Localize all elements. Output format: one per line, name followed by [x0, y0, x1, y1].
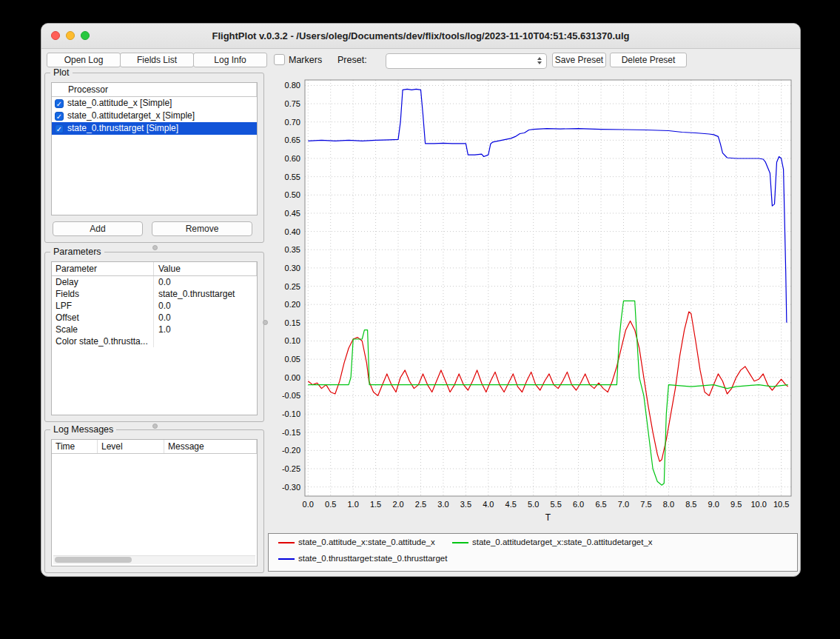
- zoom-window-button[interactable]: [81, 31, 90, 40]
- parameters-table-header: Parameter Value: [52, 262, 257, 276]
- parameter-value[interactable]: 0.0: [154, 312, 257, 324]
- svg-text:-0.20: -0.20: [282, 446, 300, 455]
- svg-text:0.55: 0.55: [285, 173, 300, 181]
- svg-text:1.0: 1.0: [348, 500, 359, 509]
- vertical-splitter-handle[interactable]: [263, 320, 268, 325]
- parameter-row[interactable]: Fieldsstate_0.thrusttarget: [52, 288, 257, 300]
- parameter-name: LPF: [52, 300, 154, 312]
- splitter-handle[interactable]: [152, 424, 158, 429]
- fields-list-button[interactable]: Fields List: [120, 53, 194, 67]
- svg-text:0.75: 0.75: [285, 99, 300, 108]
- svg-text:-0.10: -0.10: [282, 409, 300, 418]
- legend-label: state_0.attitudetarget_x:state_0.attitud…: [472, 538, 653, 546]
- parameters-group-title: Parameters: [50, 247, 104, 257]
- save-preset-button[interactable]: Save Preset: [552, 53, 606, 67]
- message-column-header: Message: [164, 440, 257, 453]
- plot-table-row[interactable]: ✓state_0.attitudetarget_x [Simple]: [52, 110, 257, 122]
- legend-label: state_0.attitude_x:state_0.attitude_x: [298, 538, 435, 546]
- close-window-button[interactable]: [51, 31, 60, 40]
- log-messages-group: Log Messages Time Level Message: [44, 429, 264, 573]
- titlebar[interactable]: FlightPlot v.0.3.2 - /Users/oleg/Documen…: [41, 24, 800, 49]
- scrollbar-thumb[interactable]: [55, 557, 132, 563]
- svg-text:0.80: 0.80: [285, 81, 300, 90]
- svg-text:0.40: 0.40: [285, 227, 300, 236]
- row-checkbox[interactable]: ✓: [55, 99, 64, 108]
- svg-text:7.0: 7.0: [618, 500, 629, 509]
- log-messages-table-header: Time Level Message: [52, 440, 257, 454]
- svg-text:-0.30: -0.30: [282, 483, 300, 492]
- svg-text:0.45: 0.45: [285, 209, 300, 218]
- chart-legend: state_0.attitude_x:state_0.attitude_xsta…: [268, 533, 798, 572]
- svg-text:10.0: 10.0: [750, 500, 766, 509]
- chart-area[interactable]: 0.00.51.01.52.02.53.03.54.04.55.05.56.06…: [268, 71, 798, 530]
- svg-text:5.0: 5.0: [528, 500, 539, 509]
- parameter-name: Delay: [52, 276, 154, 288]
- parameter-row[interactable]: Color state_0.thrustta...: [52, 335, 257, 347]
- svg-text:0.30: 0.30: [285, 264, 300, 272]
- svg-text:0.65: 0.65: [285, 136, 300, 144]
- parameter-name: Color state_0.thrustta...: [52, 335, 154, 347]
- svg-text:2.0: 2.0: [392, 500, 403, 509]
- parameter-row[interactable]: Scale1.0: [52, 324, 257, 335]
- log-messages-group-title: Log Messages: [50, 424, 116, 435]
- parameters-table-body: Delay0.0Fieldsstate_0.thrusttargetLPF0.0…: [52, 276, 257, 347]
- minimize-window-button[interactable]: [66, 31, 75, 40]
- plot-table-body: ✓state_0.attitude_x [Simple]✓state_0.att…: [52, 97, 257, 135]
- legend-item: state_0.thrusttarget:state_0.thrusttarge…: [278, 554, 447, 563]
- svg-text:-0.25: -0.25: [282, 464, 300, 473]
- plot-table-header: Processor: [52, 83, 257, 97]
- svg-text:1.5: 1.5: [370, 500, 381, 509]
- svg-text:T: T: [545, 512, 551, 523]
- parameter-row[interactable]: Offset0.0: [52, 312, 257, 324]
- time-column-header: Time: [52, 440, 98, 453]
- log-messages-table[interactable]: Time Level Message: [51, 439, 258, 566]
- plot-table-row[interactable]: ✓state_0.thrusttarget [Simple]: [52, 122, 257, 135]
- svg-text:0.15: 0.15: [285, 318, 300, 327]
- svg-text:0.70: 0.70: [285, 118, 300, 127]
- markers-checkbox[interactable]: [274, 54, 285, 65]
- svg-text:3.0: 3.0: [437, 500, 448, 509]
- row-checkbox[interactable]: ✓: [55, 112, 64, 121]
- legend-line-sample: [278, 558, 295, 560]
- parameter-row[interactable]: Delay0.0: [52, 276, 257, 288]
- window-title: FlightPlot v.0.3.2 - /Users/oleg/Documen…: [101, 24, 741, 48]
- row-checkbox[interactable]: ✓: [55, 124, 64, 133]
- parameter-row[interactable]: LPF0.0: [52, 300, 257, 312]
- parameter-value[interactable]: state_0.thrusttarget: [154, 288, 257, 300]
- value-column-header: Value: [154, 262, 257, 275]
- legend-item: state_0.attitude_x:state_0.attitude_x: [278, 538, 435, 546]
- splitter-handle[interactable]: [152, 245, 158, 250]
- svg-text:2.5: 2.5: [415, 500, 426, 509]
- legend-line-sample: [278, 542, 295, 543]
- log-info-button[interactable]: Log Info: [193, 53, 267, 67]
- svg-text:4.5: 4.5: [505, 500, 517, 509]
- row-label: state_0.attitude_x [Simple]: [67, 97, 172, 110]
- svg-text:0.35: 0.35: [285, 245, 300, 254]
- level-column-header: Level: [98, 440, 164, 453]
- svg-text:10.5: 10.5: [773, 500, 789, 509]
- svg-text:-0.15: -0.15: [282, 428, 300, 437]
- horizontal-scrollbar[interactable]: [53, 555, 255, 564]
- svg-text:0.0: 0.0: [303, 500, 314, 509]
- plot-group: Plot Processor ✓state_0.attitude_x [Simp…: [44, 73, 264, 243]
- plot-table-row[interactable]: ✓state_0.attitude_x [Simple]: [52, 97, 257, 110]
- preset-select[interactable]: [386, 53, 547, 69]
- delete-preset-button[interactable]: Delete Preset: [610, 53, 687, 67]
- parameter-value[interactable]: 0.0: [154, 300, 257, 312]
- open-log-button[interactable]: Open Log: [47, 53, 121, 67]
- toolbar: Open Log Fields List Log Info Markers Pr…: [41, 50, 800, 71]
- plot-table[interactable]: Processor ✓state_0.attitude_x [Simple]✓s…: [51, 82, 258, 215]
- svg-text:0.60: 0.60: [285, 154, 300, 163]
- svg-text:0.50: 0.50: [285, 190, 300, 199]
- parameters-table[interactable]: Parameter Value Delay0.0Fieldsstate_0.th…: [51, 261, 258, 415]
- screen: FlightPlot v.0.3.2 - /Users/oleg/Documen…: [0, 0, 840, 639]
- parameter-value[interactable]: 1.0: [154, 324, 257, 335]
- svg-text:0.25: 0.25: [285, 282, 300, 291]
- svg-text:5.5: 5.5: [551, 500, 562, 509]
- remove-button[interactable]: Remove: [152, 221, 252, 236]
- parameter-value[interactable]: 0.0: [154, 276, 257, 288]
- parameter-name: Scale: [52, 324, 154, 335]
- svg-text:0.05: 0.05: [285, 355, 300, 364]
- add-button[interactable]: Add: [53, 221, 143, 236]
- flight-plot-chart: 0.00.51.01.52.02.53.03.54.04.55.05.56.06…: [268, 71, 798, 530]
